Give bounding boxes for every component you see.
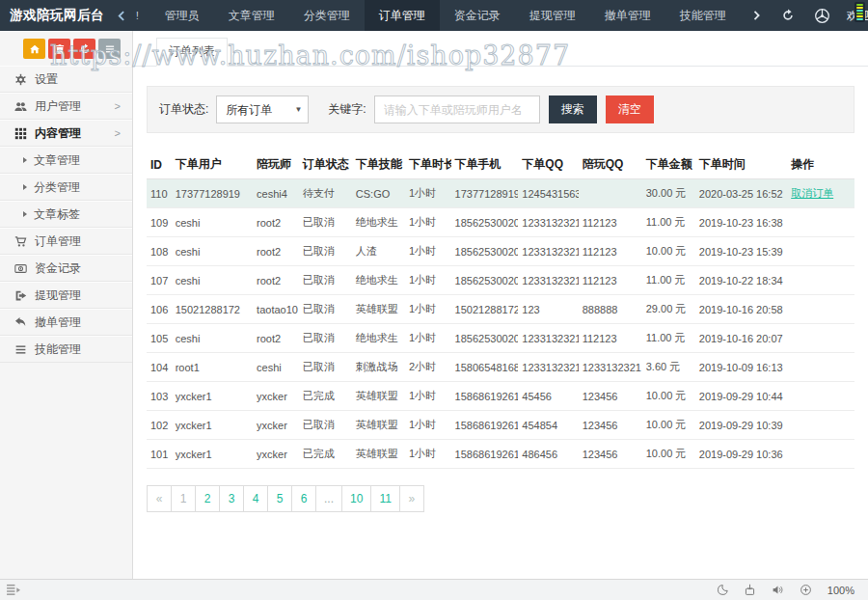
table-cell: 2019-10-23 16:38 <box>695 208 787 237</box>
exclamation-icon: ! <box>132 0 143 31</box>
topnav-item[interactable]: 技能管理 <box>665 0 741 31</box>
table-cell: 29.00 元 <box>642 295 695 324</box>
table-cell: 112123 <box>579 324 642 353</box>
topnav-item[interactable]: 管理员 <box>150 0 214 31</box>
pagination-nav[interactable]: « <box>147 485 172 512</box>
pagination: «123456...1011» <box>147 485 868 512</box>
sidebar-item[interactable]: 订单管理 <box>0 228 132 255</box>
sidebar-subitem[interactable]: 文章管理 <box>0 147 132 174</box>
topnav-item[interactable]: 提现管理 <box>515 0 590 31</box>
avatar[interactable] <box>804 8 840 24</box>
pagination-page[interactable]: 2 <box>195 485 220 512</box>
table-cell: yxcker <box>253 440 299 469</box>
table-action-cell <box>787 266 854 295</box>
table-cell: 109 <box>147 208 172 237</box>
zoom-button[interactable] <box>800 584 812 596</box>
side-panel-toggle[interactable] <box>6 584 22 596</box>
table-cell: 112123 <box>579 266 642 295</box>
table-cell: 10.00 元 <box>642 382 695 411</box>
topnav-item[interactable]: 资金记录 <box>440 0 515 31</box>
table-cell: 1233132321 <box>518 266 578 295</box>
table-cell: 2019-09-29 10:36 <box>695 440 787 469</box>
top-navigation: 管理员文章管理分类管理订单管理资金记录提现管理撤单管理技能管理 <box>150 0 741 31</box>
table-action-cell <box>787 208 854 237</box>
zoom-level: 100% <box>827 585 854 596</box>
topnav-item[interactable]: 分类管理 <box>289 0 365 31</box>
pagination-page[interactable]: 5 <box>267 485 292 512</box>
refresh-button[interactable] <box>772 9 804 22</box>
speaker-icon <box>772 584 784 596</box>
tab-order-list[interactable]: 订单列表 <box>156 38 228 67</box>
table-row: 105ceshiroot2已取消绝地求生1小时18562530020123313… <box>147 324 854 353</box>
topnav-item[interactable]: 订单管理 <box>365 0 440 31</box>
sound-button[interactable] <box>772 584 784 596</box>
topnav-item[interactable]: 文章管理 <box>214 0 289 31</box>
night-mode-button[interactable] <box>716 584 728 596</box>
table-cell: 1233132321 <box>579 353 642 382</box>
table-cell: 待支付 <box>299 179 352 208</box>
sidebar-subitem[interactable]: 分类管理 <box>0 174 132 201</box>
pagination-nav[interactable]: » <box>399 485 424 512</box>
table-cell: 刺激战场 <box>352 353 405 382</box>
pagination-page[interactable]: 10 <box>341 485 371 512</box>
trash-button[interactable] <box>48 39 70 59</box>
clear-button[interactable]: 清空 <box>606 95 654 123</box>
table-row: 103yxcker1yxcker已完成英雄联盟1小时15868619261454… <box>147 382 854 411</box>
table-cell: 123 <box>518 295 578 324</box>
collapse-sidebar-button[interactable] <box>112 0 132 31</box>
statusbar-controls: 100% <box>716 584 854 596</box>
chevron-right-icon <box>750 10 762 21</box>
sidebar-item[interactable]: 资金记录 <box>0 255 132 282</box>
table-cell: 英雄联盟 <box>352 411 405 440</box>
zoom-plus-icon <box>800 584 812 596</box>
search-button[interactable]: 搜索 <box>549 95 597 123</box>
sync-button[interactable] <box>73 39 95 59</box>
sidebar-item[interactable]: 提现管理 <box>0 282 132 309</box>
sidebar-item[interactable]: 内容管理> <box>0 120 132 147</box>
download-icon <box>744 584 756 596</box>
sidebar-subitem[interactable]: 文章标签 <box>0 201 132 228</box>
table-cell: yxcker <box>253 382 299 411</box>
trash-icon <box>54 43 66 55</box>
table-cell: 英雄联盟 <box>352 295 405 324</box>
table-cell: 已取消 <box>299 295 352 324</box>
triangle-bullet-icon <box>23 211 27 217</box>
sidebar-item[interactable]: 撤单管理 <box>0 309 132 336</box>
table-cell: 已取消 <box>299 411 352 440</box>
pagination-page[interactable]: 6 <box>291 485 316 512</box>
order-status-select[interactable]: 所有订单 <box>216 95 309 123</box>
table-header-cell: 下单用户 <box>172 150 253 179</box>
download-button[interactable] <box>744 584 756 596</box>
table-cell: 2019-10-23 15:39 <box>695 237 787 266</box>
keyword-input[interactable] <box>374 95 540 123</box>
list-button[interactable] <box>98 39 121 59</box>
table-cell: yxcker1 <box>172 440 253 469</box>
home-button[interactable] <box>23 39 45 59</box>
table-cell: 15868619261 <box>451 411 519 440</box>
sidebar-item[interactable]: 设置 <box>0 66 132 93</box>
table-cell: 2020-03-25 16:52 <box>695 179 787 208</box>
sidebar-item[interactable]: 用户管理> <box>0 93 132 120</box>
pagination-page[interactable]: 4 <box>243 485 268 512</box>
pagination-page[interactable]: 11 <box>370 485 399 512</box>
sidebar-toolbar <box>0 31 132 66</box>
moon-icon <box>716 584 728 596</box>
table-header-cell: 订单状态 <box>299 150 352 179</box>
table-cell: 123456 <box>579 411 642 440</box>
sidebar-item-label: 设置 <box>35 71 58 88</box>
sidebar-item-label: 提现管理 <box>35 287 81 304</box>
cancel-order-link[interactable]: 取消订单 <box>791 187 833 199</box>
money-icon <box>14 262 27 275</box>
list-icon <box>104 43 116 55</box>
table-action-cell <box>787 353 854 382</box>
table-cell: 1小时 <box>405 295 451 324</box>
table-cell: 102 <box>147 411 172 440</box>
table-cell: 2小时 <box>405 353 451 382</box>
skills-icon <box>14 343 27 356</box>
nav-more-button[interactable] <box>741 10 772 21</box>
table-row: 104root1ceshi已取消刺激战场2小时15806548168123313… <box>147 353 854 382</box>
sidebar-item[interactable]: 技能管理 <box>0 336 132 363</box>
extension-icon[interactable] <box>854 2 865 22</box>
pagination-page[interactable]: 3 <box>219 485 244 512</box>
topnav-item[interactable]: 撤单管理 <box>590 0 665 31</box>
